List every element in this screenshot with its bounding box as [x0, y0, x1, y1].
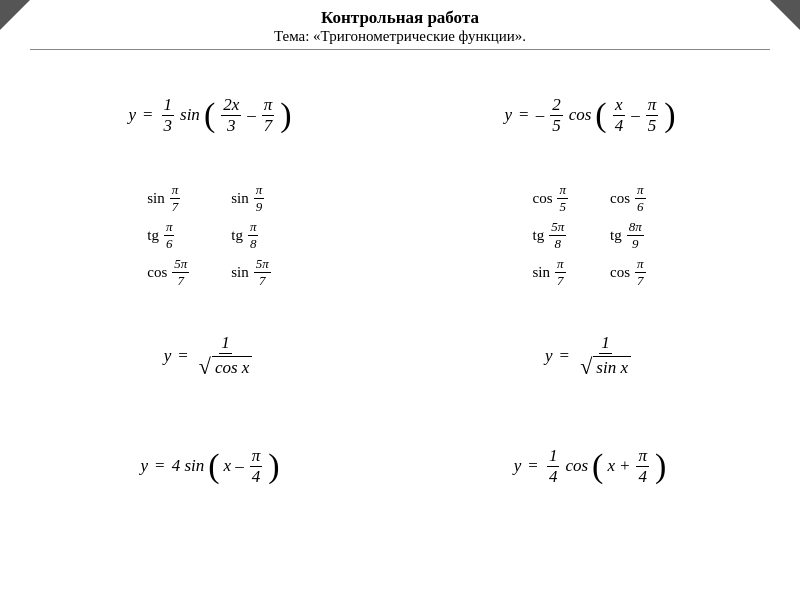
formula-5-content: y = 4 sin ( x – π 4 ) — [141, 446, 280, 487]
trig-col-4: cos π 6 tg 8π 9 cos — [610, 182, 648, 289]
trig-row-cos-6: cos π 6 — [610, 182, 648, 215]
trig-col-1: sin π 7 tg π 6 cos — [147, 182, 191, 289]
formula-3: y = 1 √ cos x — [20, 301, 400, 411]
header: Контрольная работа Тема: «Тригонометриче… — [30, 0, 770, 50]
corner-decoration-tr — [770, 0, 800, 30]
trig-values-right: cos π 5 tg 5π 8 sin — [400, 170, 780, 301]
trig-row-cos-pi7: cos π 7 — [610, 256, 648, 289]
formula-3-content: y = 1 √ cos x — [164, 333, 257, 380]
formula-6-content: y = 1 4 cos ( x + π 4 ) — [514, 446, 667, 487]
formula-1: y = 1 3 sin ( 2x 3 – π 7 ) — [20, 60, 400, 170]
trig-values-left: sin π 7 tg π 6 cos — [20, 170, 400, 301]
formula-4-content: y = 1 √ sin x — [545, 333, 635, 380]
corner-decoration-tl — [0, 0, 30, 30]
trig-section-left: sin π 7 tg π 6 cos — [147, 182, 273, 289]
trig-col-3: cos π 5 tg 5π 8 sin — [532, 182, 570, 289]
trig-row-tg-6: tg π 6 — [147, 219, 176, 252]
trig-section-right: cos π 5 tg 5π 8 sin — [532, 182, 647, 289]
trig-row-tg-5pi8: tg 5π 8 — [532, 219, 568, 252]
formula-6: y = 1 4 cos ( x + π 4 ) — [400, 411, 780, 521]
page-title: Контрольная работа — [30, 8, 770, 28]
formula-5: y = 4 sin ( x – π 4 ) — [20, 411, 400, 521]
page-subtitle: Тема: «Тригонометрические функции». — [30, 28, 770, 45]
trig-row-sin-9: sin π 9 — [231, 182, 266, 215]
formula-4: y = 1 √ sin x — [400, 301, 780, 411]
trig-row-cos-5: cos π 5 — [532, 182, 570, 215]
content-grid: y = 1 3 sin ( 2x 3 – π 7 ) — [0, 50, 800, 531]
trig-row-sin-pi7: sin π 7 — [532, 256, 567, 289]
trig-row-tg-8: tg π 8 — [231, 219, 260, 252]
trig-row-tg-8pi9: tg 8π 9 — [610, 219, 646, 252]
page: Контрольная работа Тема: «Тригонометриче… — [0, 0, 800, 600]
formula-2-content: y = – 2 5 cos ( x 4 – π 5 ) — [505, 95, 676, 136]
formula-2: y = – 2 5 cos ( x 4 – π 5 ) — [400, 60, 780, 170]
trig-row-sin-5pi7: sin 5π 7 — [231, 256, 273, 289]
trig-row-sin-7: sin π 7 — [147, 182, 182, 215]
formula-1-content: y = 1 3 sin ( 2x 3 – π 7 ) — [128, 95, 291, 136]
trig-col-2: sin π 9 tg π 8 sin — [231, 182, 273, 289]
trig-row-cos-5pi7: cos 5π 7 — [147, 256, 191, 289]
